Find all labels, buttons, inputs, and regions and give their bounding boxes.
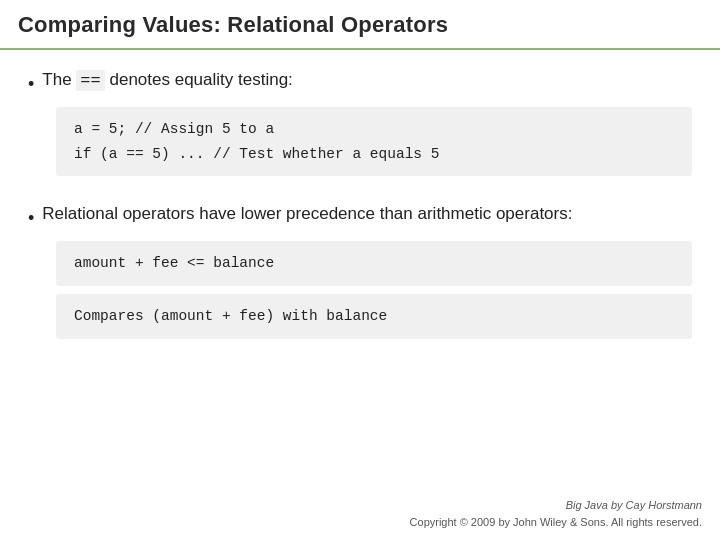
- bullet-text-1: The == denotes equality testing:: [42, 68, 293, 94]
- bullet-item-2: • Relational operators have lower preced…: [28, 202, 692, 231]
- bullet-section-2: • Relational operators have lower preced…: [28, 202, 692, 346]
- slide: Comparing Values: Relational Operators •…: [0, 0, 720, 540]
- footer-line2: Copyright © 2009 by John Wiley & Sons. A…: [410, 514, 702, 531]
- footer-line1: Big Java by Cay Horstmann: [410, 497, 702, 514]
- bullet-text-2: Relational operators have lower preceden…: [42, 202, 572, 227]
- code-block-1: a = 5; // Assign 5 to a if (a == 5) ... …: [56, 107, 692, 176]
- slide-header: Comparing Values: Relational Operators: [0, 0, 720, 50]
- bullet-item-1: • The == denotes equality testing:: [28, 68, 692, 97]
- slide-title: Comparing Values: Relational Operators: [18, 12, 448, 37]
- code-block-2: amount + fee <= balance: [56, 241, 692, 286]
- slide-footer: Big Java by Cay Horstmann Copyright © 20…: [410, 497, 702, 530]
- bullet-section-1: • The == denotes equality testing: a = 5…: [28, 68, 692, 184]
- code-inline-equals: ==: [76, 70, 104, 91]
- bullet-dot-1: •: [28, 71, 34, 97]
- code-block-3: Compares (amount + fee) with balance: [56, 294, 692, 339]
- slide-content: • The == denotes equality testing: a = 5…: [0, 50, 720, 540]
- bullet-dot-2: •: [28, 205, 34, 231]
